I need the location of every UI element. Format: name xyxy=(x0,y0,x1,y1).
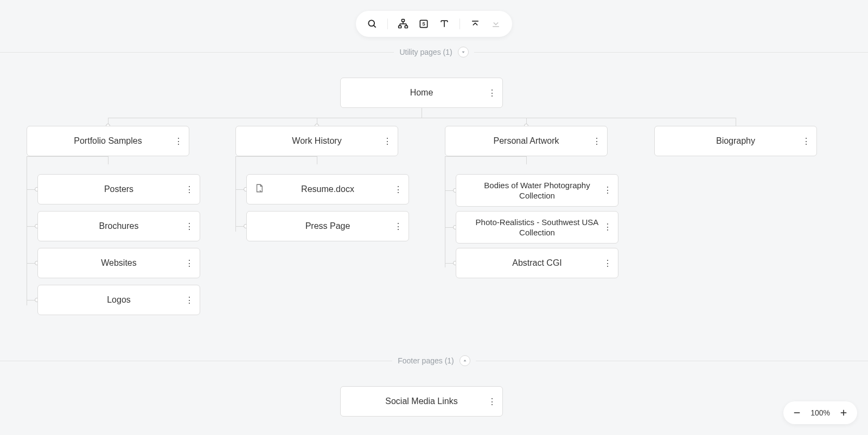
node-menu-icon[interactable]: ⋮ xyxy=(603,185,611,196)
connector xyxy=(445,156,445,267)
node-bodies-of-water[interactable]: Bodies of Water Photography Collection ⋮ xyxy=(456,174,618,207)
connector xyxy=(317,156,317,164)
utility-pages-toggle[interactable] xyxy=(458,47,469,57)
node-portfolio-samples[interactable]: Portfolio Samples ⋮ xyxy=(27,126,189,156)
node-menu-icon[interactable]: ⋮ xyxy=(185,221,193,232)
node-menu-icon[interactable]: ⋮ xyxy=(394,184,402,195)
node-label: Websites xyxy=(38,258,200,268)
footer-pages-label: Footer pages (1) xyxy=(398,356,454,365)
node-label: Bodies of Water Photography Collection xyxy=(456,180,618,201)
node-label: Portfolio Samples xyxy=(27,136,189,146)
divider-line xyxy=(0,52,394,53)
node-social-media-links[interactable]: Social Media Links ⋮ xyxy=(340,386,503,417)
expand-down-icon[interactable] xyxy=(489,17,502,30)
svg-marker-17 xyxy=(462,52,464,53)
node-menu-icon[interactable]: ⋮ xyxy=(394,221,402,232)
toolbar-separator xyxy=(459,18,460,29)
search-icon[interactable] xyxy=(366,17,379,30)
node-home[interactable]: Home ⋮ xyxy=(340,78,503,108)
node-label: Home xyxy=(341,88,502,98)
zoom-out-button[interactable] xyxy=(791,407,803,419)
node-resume-docx[interactable]: Resume.docx ⋮ xyxy=(246,174,409,204)
connector xyxy=(108,156,108,164)
zoom-level: 100% xyxy=(810,408,830,417)
node-label: Abstract CGI xyxy=(456,258,618,268)
node-websites[interactable]: Websites ⋮ xyxy=(37,248,200,278)
connector xyxy=(445,156,526,157)
node-menu-icon[interactable]: ⋮ xyxy=(174,136,182,146)
node-label: Logos xyxy=(38,295,200,305)
text-icon[interactable] xyxy=(438,17,451,30)
node-label: Work History xyxy=(236,136,398,146)
node-menu-icon[interactable]: ⋮ xyxy=(185,295,193,305)
connector xyxy=(27,156,27,305)
section-icon[interactable]: S xyxy=(417,17,430,30)
divider-line xyxy=(0,361,392,361)
node-label: Social Media Links xyxy=(341,396,502,406)
node-label: Press Page xyxy=(247,221,409,231)
file-icon xyxy=(254,183,264,195)
node-menu-icon[interactable]: ⋮ xyxy=(383,136,391,146)
svg-marker-18 xyxy=(463,360,466,361)
connector xyxy=(27,156,108,157)
svg-rect-4 xyxy=(405,25,407,28)
divider-line xyxy=(476,361,868,361)
node-label: Biography xyxy=(655,136,816,146)
node-posters[interactable]: Posters ⋮ xyxy=(37,174,200,204)
node-personal-artwork[interactable]: Personal Artwork ⋮ xyxy=(445,126,608,156)
svg-rect-2 xyxy=(402,20,405,22)
connector xyxy=(422,108,422,118)
node-menu-icon[interactable]: ⋮ xyxy=(603,258,611,268)
node-label: Posters xyxy=(38,184,200,194)
zoom-in-button[interactable] xyxy=(838,407,850,419)
node-menu-icon[interactable]: ⋮ xyxy=(185,258,193,268)
node-menu-icon[interactable]: ⋮ xyxy=(802,136,810,146)
node-logos[interactable]: Logos ⋮ xyxy=(37,285,200,315)
top-toolbar: S xyxy=(356,11,512,37)
node-menu-icon[interactable]: ⋮ xyxy=(488,88,496,98)
utility-pages-label: Utility pages (1) xyxy=(399,48,452,56)
node-brochures[interactable]: Brochures ⋮ xyxy=(37,211,200,241)
connector xyxy=(526,156,527,164)
svg-text:S: S xyxy=(422,21,425,27)
node-menu-icon[interactable]: ⋮ xyxy=(185,184,193,195)
footer-pages-divider: Footer pages (1) xyxy=(0,355,868,366)
node-label: Personal Artwork xyxy=(445,136,607,146)
connector xyxy=(108,118,736,118)
node-press-page[interactable]: Press Page ⋮ xyxy=(246,211,409,241)
node-label: Resume.docx xyxy=(247,184,409,194)
node-label: Photo-Realistics - Southwest USA Collect… xyxy=(456,217,618,238)
node-abstract-cgi[interactable]: Abstract CGI ⋮ xyxy=(456,248,618,278)
node-work-history[interactable]: Work History ⋮ xyxy=(235,126,398,156)
node-menu-icon[interactable]: ⋮ xyxy=(488,396,496,407)
connector xyxy=(235,156,236,232)
toolbar-separator xyxy=(387,18,388,29)
utility-pages-divider: Utility pages (1) xyxy=(0,47,868,57)
svg-point-0 xyxy=(368,20,374,26)
connector xyxy=(235,156,317,157)
zoom-control: 100% xyxy=(783,401,857,424)
node-label: Brochures xyxy=(38,221,200,231)
svg-rect-3 xyxy=(399,25,401,28)
node-menu-icon[interactable]: ⋮ xyxy=(592,136,601,146)
footer-pages-toggle[interactable] xyxy=(459,355,470,366)
node-photo-realistics[interactable]: Photo-Realistics - Southwest USA Collect… xyxy=(456,211,618,244)
node-menu-icon[interactable]: ⋮ xyxy=(603,222,611,233)
node-biography[interactable]: Biography ⋮ xyxy=(654,126,817,156)
divider-line xyxy=(474,52,868,53)
svg-line-1 xyxy=(374,25,376,28)
sitemap-icon[interactable] xyxy=(397,17,410,30)
connector xyxy=(736,118,736,126)
collapse-up-icon[interactable] xyxy=(469,17,482,30)
